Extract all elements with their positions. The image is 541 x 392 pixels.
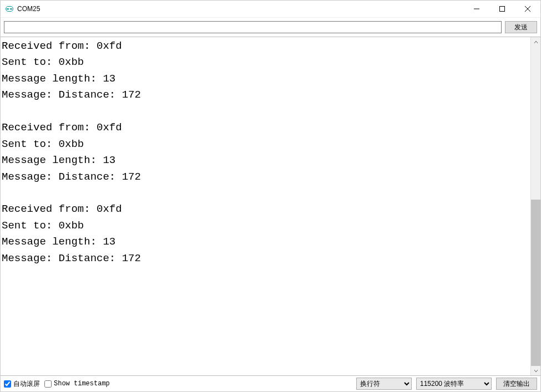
autoscroll-checkbox[interactable]: [4, 380, 11, 388]
line-ending-select[interactable]: 换行符: [356, 378, 412, 390]
clear-output-button[interactable]: 清空输出: [496, 378, 537, 390]
bottom-bar: 自动滚屏 Show timestamp 换行符 115200 波特率 清空输出: [1, 376, 540, 391]
send-row: 发送: [1, 18, 540, 37]
timestamp-label: Show timestamp: [54, 380, 110, 388]
console-area: Received from: 0xfd Sent to: 0xbb Messag…: [1, 37, 540, 376]
window-controls: [464, 1, 540, 17]
vertical-scrollbar[interactable]: [530, 37, 540, 375]
autoscroll-label: 自动滚屏: [13, 379, 40, 389]
baud-rate-select[interactable]: 115200 波特率: [416, 378, 492, 390]
titlebar[interactable]: COM25: [1, 1, 540, 18]
close-button[interactable]: [515, 1, 540, 17]
send-button[interactable]: 发送: [505, 21, 537, 33]
scroll-thumb[interactable]: [531, 200, 540, 366]
svg-rect-0: [500, 7, 505, 12]
timestamp-checkbox[interactable]: [44, 380, 52, 388]
minimize-button[interactable]: [464, 1, 489, 17]
send-input[interactable]: [4, 21, 502, 33]
scroll-up-arrow[interactable]: [531, 37, 540, 47]
arduino-app-icon: [5, 4, 14, 13]
autoscroll-checkbox-wrap[interactable]: 自动滚屏: [4, 379, 40, 389]
serial-monitor-window: COM25 发送 Received from: 0xfd Sent to: 0x…: [0, 0, 541, 392]
scroll-track[interactable]: [531, 47, 540, 366]
scroll-down-arrow[interactable]: [531, 366, 540, 375]
console-output: Received from: 0xfd Sent to: 0xbb Messag…: [1, 37, 530, 375]
timestamp-checkbox-wrap[interactable]: Show timestamp: [44, 380, 110, 388]
maximize-button[interactable]: [489, 1, 515, 17]
window-title: COM25: [17, 5, 40, 13]
